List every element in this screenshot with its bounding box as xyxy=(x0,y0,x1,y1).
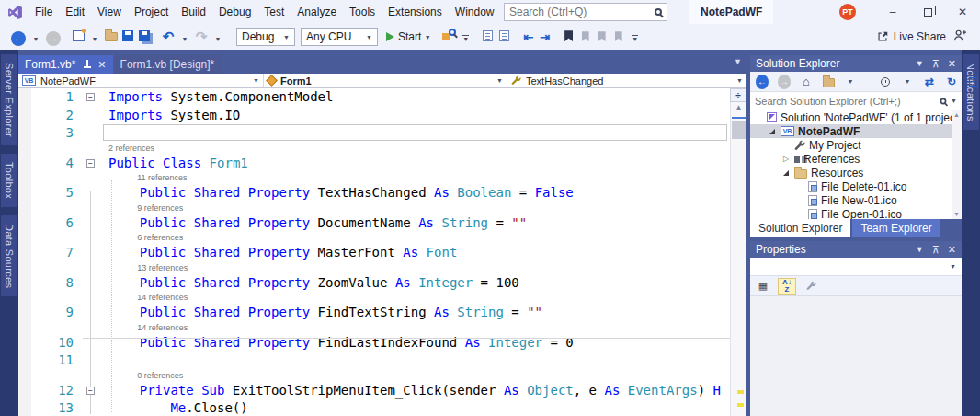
sync-with-active-document-icon[interactable] xyxy=(822,72,835,92)
code-line[interactable]: 2Imports System.IO xyxy=(18,107,730,125)
line-number[interactable]: 4 xyxy=(31,155,81,173)
line-number[interactable]: 1 xyxy=(31,88,81,107)
menu-item-view[interactable]: View xyxy=(91,6,128,18)
line-number[interactable]: 11 xyxy=(31,352,81,370)
fold-collapse-icon[interactable]: − xyxy=(86,93,95,101)
toggle-bookmark-icon[interactable] xyxy=(563,26,575,46)
outline-margin[interactable] xyxy=(81,304,103,322)
previous-bookmark-icon[interactable] xyxy=(579,27,592,47)
live-share-button[interactable]: Live Share xyxy=(876,30,946,43)
outline-margin[interactable]: − xyxy=(81,88,103,107)
window-position-icon[interactable]: ▼ xyxy=(916,59,924,68)
tree-item-file-open-01-ico[interactable]: File Open-01.ico xyxy=(750,207,962,219)
code-text[interactable]: Public Shared Property FindLastIndexFoun… xyxy=(103,334,730,352)
properties-object-combo[interactable]: ▼ xyxy=(750,258,962,276)
codelens-references-link[interactable]: 2 references xyxy=(103,143,730,155)
menu-item-test[interactable]: Test xyxy=(257,6,291,18)
scroll-up-icon[interactable]: ▲ xyxy=(731,102,746,113)
code-text[interactable]: Public Shared Property DocumentName As S… xyxy=(103,214,730,233)
fold-collapse-icon[interactable]: − xyxy=(86,387,95,395)
line-number[interactable]: 3 xyxy=(31,124,81,143)
breakpoint-margin[interactable] xyxy=(18,292,31,304)
line-number[interactable]: 8 xyxy=(31,274,81,293)
undo-icon[interactable]: ↶ xyxy=(162,27,175,47)
menu-item-window[interactable]: Window xyxy=(449,6,501,18)
code-text[interactable]: Public Shared Property ZoomValue As Inte… xyxy=(103,274,730,293)
scrollbar-thumb[interactable] xyxy=(732,121,746,139)
breakpoint-margin[interactable] xyxy=(18,274,31,293)
navbar-member-dropdown[interactable]: TextHasChanged▼ xyxy=(507,74,746,87)
code-text[interactable]: Imports System.IO xyxy=(103,107,730,125)
breakpoint-margin[interactable] xyxy=(18,124,31,143)
code-text[interactable]: Me.Close() xyxy=(103,399,730,416)
code-line[interactable]: 13 Me.Close() xyxy=(18,399,730,416)
start-debugging-button[interactable]: Start ▼ xyxy=(386,27,431,47)
account-avatar[interactable]: PT xyxy=(839,4,856,20)
close-icon[interactable]: ✕ xyxy=(948,244,956,256)
codelens-references-link[interactable]: 0 references xyxy=(103,370,730,382)
expanded-arrow-icon[interactable] xyxy=(768,129,777,134)
tree-item-resources[interactable]: Resources xyxy=(750,166,962,179)
navbar-type-dropdown[interactable]: Form1▼ xyxy=(264,74,507,87)
code-line[interactable]: 10 Public Shared Property FindLastIndexF… xyxy=(18,334,730,352)
tool-tab-solution-explorer[interactable]: Solution Explorer xyxy=(750,219,850,237)
line-number[interactable]: 6 xyxy=(31,214,81,233)
breakpoint-margin[interactable] xyxy=(18,352,31,370)
outline-margin[interactable] xyxy=(81,352,103,370)
breakpoint-margin[interactable] xyxy=(18,202,31,214)
tree-item-file-new-01-ico[interactable]: File New-01.ico xyxy=(750,193,962,207)
search-icon[interactable] xyxy=(940,98,947,104)
increase-indent-icon[interactable]: ⇥ xyxy=(539,28,552,48)
code-line[interactable]: 4−Public Class Form1 xyxy=(18,155,730,173)
menu-item-project[interactable]: Project xyxy=(128,6,175,18)
menu-item-analyze[interactable]: Analyze xyxy=(291,6,343,18)
collapse-all-icon[interactable]: − xyxy=(967,72,980,92)
switch-views-icon[interactable]: ⇄ xyxy=(923,72,936,92)
codelens-references-link[interactable]: 13 references xyxy=(103,262,730,274)
solution-explorer-search[interactable]: ▼ xyxy=(750,92,962,110)
toolbar-options-icon[interactable]: ▼ xyxy=(460,29,473,49)
menu-item-build[interactable]: Build xyxy=(175,6,212,18)
save-all-icon[interactable] xyxy=(138,26,151,46)
expanded-arrow-icon[interactable] xyxy=(781,170,791,176)
find-in-files-icon[interactable] xyxy=(442,25,456,45)
solution-configuration-combo[interactable]: Debug▼ xyxy=(236,28,295,46)
solution-search-input[interactable] xyxy=(755,96,936,107)
codelens-references-link[interactable]: 14 references xyxy=(103,322,730,334)
code-text[interactable]: Public Shared Property TextHasChanged As… xyxy=(103,184,730,202)
breakpoint-margin[interactable] xyxy=(18,143,31,155)
code-line[interactable]: 3 xyxy=(18,124,730,143)
property-pages-icon[interactable] xyxy=(802,278,820,295)
dropdown-icon[interactable]: ▼ xyxy=(29,29,42,49)
code-line[interactable]: 6 Public Shared Property DocumentName As… xyxy=(18,214,730,233)
next-bookmark-icon[interactable] xyxy=(596,27,609,47)
code-text[interactable]: Private Sub ExitToolStripMenuItem_Click(… xyxy=(103,382,730,400)
dropdown-icon[interactable]: ▼ xyxy=(844,72,857,92)
outline-margin[interactable] xyxy=(81,334,103,352)
nav-back-icon[interactable]: ← xyxy=(11,29,26,49)
scrollbar-track[interactable]: ▲ xyxy=(730,102,746,416)
close-icon[interactable]: ✕ xyxy=(948,58,956,70)
breakpoint-margin[interactable] xyxy=(18,232,31,244)
collapsed-arrow-icon[interactable]: ▷ xyxy=(781,155,791,163)
split-window-handle-icon[interactable]: ÷ xyxy=(730,88,746,102)
outline-margin[interactable]: − xyxy=(81,382,103,400)
line-number[interactable]: 12 xyxy=(31,382,81,400)
menu-item-extensions[interactable]: Extensions xyxy=(382,6,449,18)
dropdown-icon[interactable]: ▼ xyxy=(88,29,101,49)
window-position-icon[interactable]: ▼ xyxy=(916,245,924,254)
close-icon[interactable]: ✕ xyxy=(97,59,106,71)
dock-tab-notifications[interactable]: Notifications xyxy=(963,54,979,130)
tree-item-references[interactable]: ▷References xyxy=(750,152,962,166)
dropdown-icon[interactable]: ▼ xyxy=(951,98,957,104)
code-text[interactable]: Imports System.ComponentModel xyxy=(103,88,730,107)
redo-icon[interactable]: ↷ xyxy=(195,27,208,47)
code-line[interactable]: 5 Public Shared Property TextHasChanged … xyxy=(18,184,730,202)
open-file-icon[interactable] xyxy=(105,25,118,45)
restore-button[interactable] xyxy=(910,0,945,24)
codelens-references-link[interactable]: 6 references xyxy=(103,232,730,244)
breakpoint-margin[interactable] xyxy=(18,244,31,262)
breakpoint-margin[interactable] xyxy=(18,399,31,416)
code-line[interactable]: 1−Imports System.ComponentModel xyxy=(18,88,730,107)
outline-margin[interactable] xyxy=(81,184,103,202)
